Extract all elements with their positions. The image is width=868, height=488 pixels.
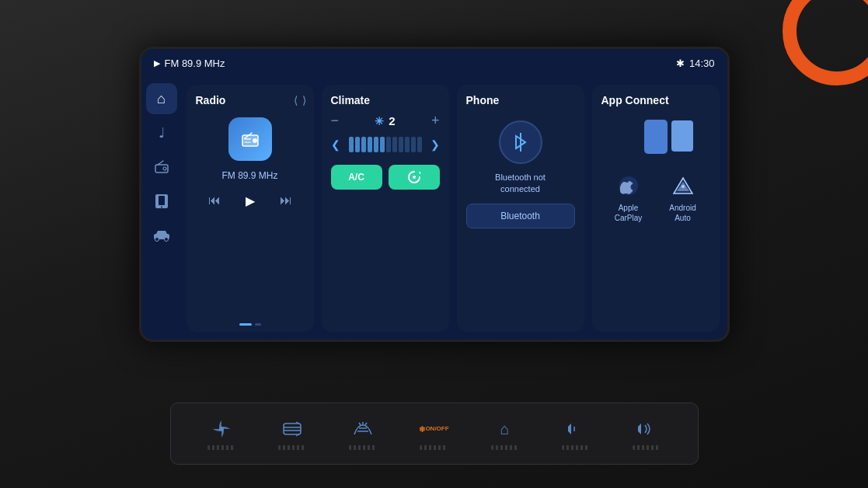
- bar-seg-8: [392, 137, 397, 152]
- svg-point-6: [164, 238, 168, 242]
- radio-icon: [228, 117, 272, 161]
- ac-button[interactable]: A/C: [331, 165, 382, 190]
- current-station: FM 89.9 MHz: [165, 58, 225, 69]
- recirc-button[interactable]: [389, 165, 440, 190]
- climate-bar-row: ❮ ❯: [331, 137, 440, 152]
- bar-seg-4: [368, 137, 372, 152]
- svg-point-3: [161, 207, 162, 208]
- radio-card: Radio ⟨ ⟩: [186, 85, 314, 332]
- front-defrost-icon: [349, 417, 377, 441]
- svg-point-11: [413, 176, 416, 179]
- infotainment-screen: ▶ FM 89.9 MHz ✱ 14:30 ⌂ ♩: [139, 47, 730, 342]
- bar-seg-10: [405, 137, 410, 152]
- vol-down-icon: [562, 417, 590, 441]
- temp-right-arrow[interactable]: ❯: [431, 138, 440, 151]
- radio-skip-back-btn[interactable]: ⏮: [204, 190, 225, 211]
- home-phys-btn-indicator: [491, 445, 519, 450]
- android-auto-label: AndroidAuto: [669, 203, 695, 223]
- vol-up-phys-btn[interactable]: [633, 417, 661, 450]
- fan-speed-icon: [207, 417, 235, 441]
- radio-controls: ⏮ ▶ ⏭: [196, 190, 305, 211]
- front-defrost-btn-indicator: [349, 445, 377, 450]
- vol-up-btn-indicator: [633, 445, 661, 450]
- indicator-dot-1: [239, 323, 252, 326]
- bar-seg-12: [417, 137, 422, 152]
- bar-seg-3: [361, 137, 366, 152]
- bluetooth-status-text: Bluetooth notconnected: [466, 172, 575, 196]
- fan-speed-display: ✳ 2: [375, 114, 395, 127]
- svg-rect-10: [244, 141, 251, 143]
- svg-point-8: [253, 138, 257, 143]
- radio-nav: ⟨ ⟩: [294, 94, 306, 106]
- svg-rect-2: [159, 196, 165, 205]
- svg-point-5: [155, 238, 159, 242]
- sidebar-item-home[interactable]: ⌂: [146, 83, 177, 114]
- sidebar: ⌂ ♩: [141, 77, 182, 340]
- android-auto-icon: [669, 172, 697, 200]
- home-phys-btn[interactable]: ⌂: [491, 417, 519, 450]
- app-connect-device-icons: [601, 117, 710, 156]
- phone-card-title: Phone: [466, 94, 575, 106]
- bar-seg-5: [374, 137, 378, 152]
- physical-button-bar: ❄ON/OFF ⌂: [170, 403, 699, 465]
- bar-seg-1: [349, 137, 354, 152]
- climate-fan-row: − ✳ 2 +: [331, 113, 440, 129]
- status-bar-left: ▶ FM 89.9 MHz: [154, 58, 225, 69]
- connected-device-icon: [633, 117, 679, 156]
- ac-onoff-phys-btn[interactable]: ❄ON/OFF: [420, 417, 448, 450]
- climate-mode-buttons: A/C: [331, 165, 440, 190]
- bar-seg-11: [411, 137, 416, 152]
- android-auto-btn[interactable]: AndroidAuto: [669, 172, 697, 223]
- phone-shape-back: [644, 120, 668, 154]
- sidebar-item-music[interactable]: ♩: [146, 117, 177, 148]
- radio-skip-fwd-btn[interactable]: ⏭: [275, 190, 297, 211]
- status-bar: ▶ FM 89.9 MHz ✱ 14:30: [141, 49, 727, 77]
- bar-seg-2: [355, 137, 360, 152]
- bluetooth-icon-wrap: [466, 120, 575, 164]
- app-connect-title: App Connect: [601, 94, 710, 106]
- sidebar-item-car[interactable]: [146, 220, 177, 251]
- main-content: ⌂ ♩: [141, 77, 727, 340]
- sidebar-item-phone[interactable]: [146, 186, 177, 217]
- vol-down-btn-indicator: [562, 445, 590, 450]
- bar-seg-7: [386, 137, 391, 152]
- fan-speed-phys-btn[interactable]: [207, 417, 235, 450]
- rear-defrost-phys-btn[interactable]: [278, 417, 306, 450]
- rear-defrost-icon: [278, 417, 306, 441]
- radio-page-indicator: [239, 323, 261, 326]
- fan-icon: ✳: [375, 115, 384, 127]
- apple-carplay-icon: [615, 172, 643, 200]
- phone-card: Phone Bluetooth notconnected Bluetooth: [457, 85, 584, 332]
- phone-shape-front: [671, 120, 693, 152]
- apple-carplay-label: AppleCarPlay: [615, 203, 643, 223]
- sidebar-item-radio[interactable]: [146, 152, 177, 183]
- radio-prev-btn[interactable]: ⟨: [294, 94, 298, 106]
- status-bar-right: ✱ 14:30: [676, 58, 715, 69]
- climate-card: Climate − ✳ 2 + ❮: [322, 85, 449, 332]
- svg-rect-9: [244, 138, 251, 140]
- cards-area: Radio ⟨ ⟩: [182, 77, 727, 340]
- bar-seg-6: [380, 137, 385, 152]
- vol-down-phys-btn[interactable]: [562, 417, 590, 450]
- svg-point-16: [682, 185, 685, 188]
- play-status-icon: ▶: [154, 58, 160, 68]
- climate-card-title: Climate: [331, 94, 440, 106]
- svg-rect-18: [284, 424, 301, 434]
- app-connect-options: AppleCarPlay AndroidAuto: [601, 172, 710, 223]
- radio-next-btn[interactable]: ⟩: [302, 94, 306, 106]
- indicator-dot-2: [255, 323, 261, 326]
- rear-defrost-btn-indicator: [278, 445, 306, 450]
- home-phys-icon: ⌂: [491, 417, 519, 441]
- radio-frequency: FM 89.9 MHz: [196, 170, 305, 181]
- svg-point-1: [163, 167, 166, 170]
- radio-play-btn[interactable]: ▶: [241, 190, 260, 211]
- vol-up-icon: [633, 417, 661, 441]
- front-defrost-phys-btn[interactable]: [349, 417, 377, 450]
- app-connect-card: App Connect: [592, 85, 720, 332]
- fan-decrease-btn[interactable]: −: [331, 113, 340, 129]
- bluetooth-connect-btn[interactable]: Bluetooth: [466, 204, 575, 228]
- fan-increase-btn[interactable]: +: [431, 113, 440, 129]
- temp-left-arrow[interactable]: ❮: [331, 138, 340, 151]
- bluetooth-status-icon: ✱: [676, 58, 685, 69]
- apple-carplay-btn[interactable]: AppleCarPlay: [615, 172, 643, 223]
